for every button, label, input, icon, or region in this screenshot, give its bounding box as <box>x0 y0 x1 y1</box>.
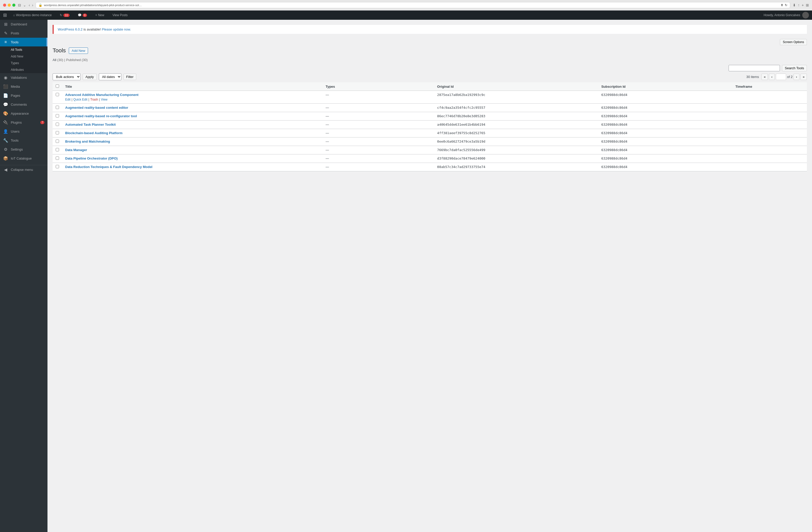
all-tools-link[interactable]: All (30) <box>53 58 63 62</box>
row-title-link[interactable]: Advanced Additive Manufacturing Componen… <box>65 93 139 97</box>
media-icon: ⬛ <box>3 84 8 89</box>
sidebar-item-appearance[interactable]: 🎨 Appearance <box>0 109 47 118</box>
wp-sidebar: ⊞ Dashboard ✎ Posts ≡ Tools All Tools Ad… <box>0 20 47 532</box>
add-new-button[interactable]: Add New <box>69 47 88 54</box>
sidebar-toggle-icon[interactable]: ⊟ <box>18 3 21 7</box>
wp-version-link[interactable]: WordPress 6.0.2 <box>58 27 83 31</box>
row-title-link[interactable]: Blockchain-based Auditing Platform <box>65 131 122 135</box>
row-types-cell: — <box>323 104 434 112</box>
row-checkbox[interactable] <box>56 157 59 160</box>
sidebar-item-settings[interactable]: ⚙ Settings <box>0 145 47 154</box>
row-title-link[interactable]: Augmented reality-based re-configurator … <box>65 114 137 118</box>
comments-menu-icon: 💬 <box>3 102 8 107</box>
col-header-subscription-id[interactable]: Subscription Id <box>598 82 732 91</box>
current-page-input[interactable]: 1 <box>776 74 786 80</box>
col-header-title[interactable]: Title <box>62 82 323 91</box>
grid-icon[interactable]: ⊞ <box>806 3 809 7</box>
wp-logo-icon[interactable]: ⊞ <box>3 12 7 18</box>
sidebar-item-dashboard[interactable]: ⊞ Dashboard <box>0 20 47 29</box>
bulk-actions-select[interactable]: Bulk actions <box>53 73 81 80</box>
row-checkbox[interactable] <box>56 148 59 151</box>
prev-page-button[interactable]: ‹ <box>769 74 774 80</box>
row-title-link[interactable]: Data Reduction Techniques & Fault Depend… <box>65 165 153 169</box>
sidebar-sub-types[interactable]: Types <box>0 60 47 66</box>
row-original-id-cell: 86ec7746d78b20e8e3d05283 <box>434 112 598 121</box>
row-action-view[interactable]: View <box>101 98 107 101</box>
row-title-link[interactable]: Automated Task Planner Toolkit <box>65 123 116 127</box>
share-icon[interactable]: ⬆ <box>781 3 783 7</box>
page-title: Tools <box>53 47 66 54</box>
row-action-edit[interactable]: Edit <box>65 98 71 101</box>
forward-icon[interactable]: › <box>32 3 33 7</box>
search-input[interactable] <box>729 65 780 71</box>
sidebar-item-posts[interactable]: ✎ Posts <box>0 29 47 38</box>
row-checkbox[interactable] <box>56 123 59 126</box>
updates-item[interactable]: ↻ 11 <box>58 11 71 20</box>
next-page-button[interactable]: › <box>794 74 799 80</box>
comments-item[interactable]: 💬 0 <box>76 11 89 20</box>
col-header-timeframe[interactable]: Timeframe <box>732 82 807 91</box>
comments-badge: 0 <box>83 14 87 17</box>
row-title-link[interactable]: Data Pipeline Orchestrator (DPO) <box>65 157 118 160</box>
row-checkbox[interactable] <box>56 114 59 117</box>
select-all-checkbox[interactable] <box>56 84 59 88</box>
avatar[interactable] <box>802 12 809 18</box>
first-page-button[interactable]: « <box>762 74 768 80</box>
row-checkbox-cell <box>53 91 62 104</box>
row-action-quick-edit[interactable]: Quick Edit <box>73 98 88 101</box>
apply-button[interactable]: Apply <box>83 74 97 80</box>
minimize-button[interactable] <box>8 4 11 7</box>
col-header-original-id[interactable]: Original Id <box>434 82 598 91</box>
sidebar-item-pages[interactable]: 📄 Pages <box>0 91 47 100</box>
home-icon: ⌂ <box>13 13 15 17</box>
sidebar-label-tools-menu: Tools <box>11 138 18 142</box>
published-link[interactable]: Published (30) <box>66 58 88 62</box>
col-header-types[interactable]: Types <box>323 82 434 91</box>
search-tools-button[interactable]: Search Tools <box>782 65 807 71</box>
appearance-icon: 🎨 <box>3 111 8 116</box>
update-notice: WordPress 6.0.2 is available! Please upd… <box>53 25 807 34</box>
address-bar[interactable]: 🔒 wordpress.demos.unparallel.pt/validati… <box>36 2 790 8</box>
sidebar-item-media[interactable]: ⬛ Media <box>0 82 47 91</box>
row-title-link[interactable]: Augmented reality-based content editor <box>65 106 128 109</box>
sidebar-sub-add-new[interactable]: Add New <box>0 53 47 60</box>
new-tab-icon[interactable]: + <box>802 3 804 7</box>
row-title-link[interactable]: Brokering and Matchmaking <box>65 139 110 143</box>
sidebar-item-comments[interactable]: 💬 Comments <box>0 100 47 109</box>
sidebar-sub-attributes[interactable]: Attributes <box>0 66 47 73</box>
sidebar-sub-all-tools[interactable]: All Tools <box>0 46 47 53</box>
upload-icon[interactable]: ↑ <box>798 3 800 7</box>
sidebar-item-collapse[interactable]: ◀ Collapse menu <box>0 165 47 174</box>
row-title-link[interactable]: Data Manager <box>65 148 87 152</box>
chevron-down-icon[interactable]: ⌄ <box>23 3 26 7</box>
all-label: All <box>53 58 56 62</box>
table-row: Data Pipeline Orchestrator (DPO)—d3f8829… <box>53 154 807 163</box>
row-checkbox[interactable] <box>56 139 59 143</box>
sidebar-item-tools[interactable]: ≡ Tools <box>0 38 47 46</box>
back-icon[interactable]: ‹ <box>29 3 30 7</box>
downloads-icon[interactable]: ⬇ <box>793 3 796 7</box>
row-action-trash[interactable]: Trash <box>90 98 98 101</box>
filter-button[interactable]: Filter <box>124 74 136 80</box>
screen-options-button[interactable]: Screen Options <box>780 39 807 45</box>
sidebar-item-tools-menu[interactable]: 🔧 Tools <box>0 136 47 145</box>
sidebar-item-users[interactable]: 👤 Users <box>0 127 47 136</box>
close-button[interactable] <box>3 4 6 7</box>
sidebar-item-validations[interactable]: ◉ Validations <box>0 73 47 82</box>
last-page-button[interactable]: » <box>800 74 807 80</box>
site-name-item[interactable]: ⌂ Wordpress demo instance <box>11 11 54 20</box>
row-checkbox[interactable] <box>56 131 59 134</box>
sidebar-item-iot-catalogue[interactable]: 📦 IoT Catalogue <box>0 154 47 163</box>
posts-icon: ✎ <box>3 31 8 36</box>
maximize-button[interactable] <box>12 4 15 7</box>
row-checkbox[interactable] <box>56 93 59 96</box>
reload-icon[interactable]: ↻ <box>785 3 787 7</box>
view-posts-item[interactable]: View Posts <box>110 11 130 20</box>
update-link[interactable]: Please update now. <box>102 27 131 31</box>
view-posts-label: View Posts <box>112 13 128 17</box>
sidebar-item-plugins[interactable]: 🔌 Plugins 7 <box>0 118 47 127</box>
new-content-item[interactable]: + New <box>93 11 106 20</box>
row-checkbox[interactable] <box>56 106 59 109</box>
dates-select[interactable]: All dates <box>99 73 121 80</box>
row-checkbox[interactable] <box>56 165 59 168</box>
